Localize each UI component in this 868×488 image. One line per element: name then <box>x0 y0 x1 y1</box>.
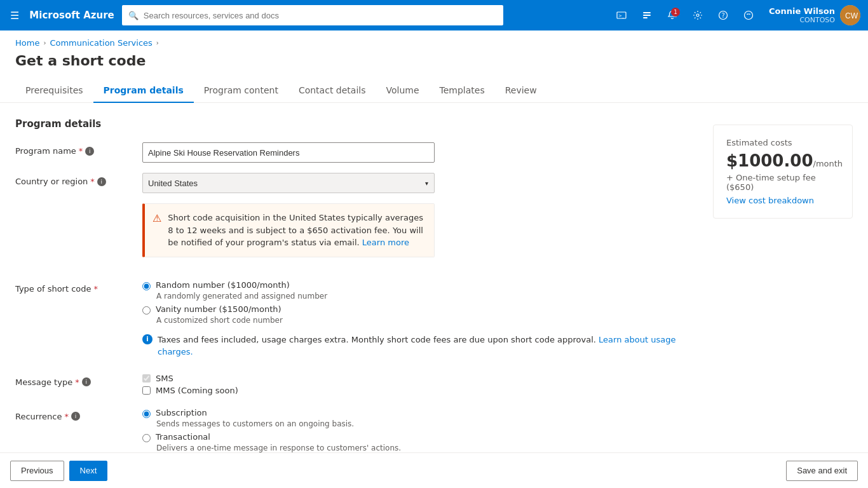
country-region-select-wrapper: United States ▾ <box>142 173 435 193</box>
checkbox-sms-input[interactable] <box>142 374 151 383</box>
checkbox-mms-input[interactable] <box>142 386 151 395</box>
form-area: Program details Program name * i Country… <box>15 118 698 486</box>
country-region-info-icon[interactable]: i <box>97 177 106 186</box>
short-code-type-row: Type of short code * Random number ($100… <box>15 280 698 363</box>
cost-label: Estimated costs <box>726 138 839 147</box>
recurrence-row: Recurrence * i Subscription Sends messag… <box>15 408 698 452</box>
next-button[interactable]: Next <box>69 461 108 481</box>
radio-subscription-sublabel: Sends messages to customers on an ongoin… <box>156 419 698 428</box>
search-input[interactable] <box>144 11 497 20</box>
page-title: Get a short code <box>0 53 868 79</box>
checkbox-mms-label: MMS (Coming soon) <box>156 386 238 395</box>
program-name-info-icon[interactable]: i <box>85 147 94 156</box>
warning-icon: ⚠ <box>153 212 161 249</box>
save-and-exit-button[interactable]: Save and exit <box>786 461 858 481</box>
tab-templates[interactable]: Templates <box>430 79 495 103</box>
short-code-type-label: Type of short code * <box>15 280 142 294</box>
svg-rect-3 <box>643 15 651 16</box>
search-bar[interactable]: 🔍 <box>122 5 503 25</box>
radio-random-label: Random number ($1000/month) <box>156 280 290 290</box>
tab-bar: Prerequisites Program details Program co… <box>0 79 868 103</box>
message-type-info-icon[interactable]: i <box>82 377 91 386</box>
radio-subscription-label: Subscription <box>156 408 207 417</box>
radio-transactional: Transactional <box>142 432 698 442</box>
view-cost-breakdown-link[interactable]: View cost breakdown <box>726 196 839 205</box>
svg-point-5 <box>696 14 699 17</box>
tab-program-content[interactable]: Program content <box>194 79 288 103</box>
main-content: Home › Communication Services › Get a sh… <box>0 30 868 488</box>
program-name-control <box>142 142 698 163</box>
info-note-text: Taxes and fees included, usage charges e… <box>158 334 698 358</box>
content-area: Program details Program name * i Country… <box>0 103 868 488</box>
svg-text:>_: >_ <box>618 13 625 18</box>
notification-badge: 1 <box>671 8 680 17</box>
program-name-label: Program name * i <box>15 142 142 156</box>
previous-button[interactable]: Previous <box>10 461 64 481</box>
radio-random-input[interactable] <box>142 282 151 290</box>
feedback-icon[interactable] <box>738 5 759 25</box>
cloud-shell-icon[interactable]: >_ <box>611 5 632 25</box>
country-region-label: Country or region * i <box>15 173 142 186</box>
help-icon[interactable]: ? <box>713 5 733 25</box>
settings-icon[interactable] <box>688 5 708 25</box>
radio-random-number: Random number ($1000/month) <box>142 280 698 290</box>
tab-contact-details[interactable]: Contact details <box>288 79 376 103</box>
avatar[interactable] <box>840 5 860 25</box>
radio-vanity-number: Vanity number ($1500/month) <box>142 304 698 315</box>
portal-menu-icon[interactable] <box>637 5 657 25</box>
recurrence-radio-group: Subscription Sends messages to customers… <box>142 408 698 452</box>
breadcrumb-sep-1: › <box>43 39 46 46</box>
search-icon: 🔍 <box>128 11 139 20</box>
recurrence-control: Subscription Sends messages to customers… <box>142 408 698 452</box>
radio-transactional-input[interactable] <box>142 434 151 442</box>
warning-text: Short code acquisition in the United Sta… <box>168 212 426 249</box>
recurrence-info-icon[interactable]: i <box>71 412 80 421</box>
app-title: Microsoft Azure <box>29 10 114 21</box>
cost-panel: Estimated costs $1000.00 /month + One-ti… <box>713 125 853 219</box>
user-menu[interactable]: Connie Wilson CONTOSO <box>769 5 860 25</box>
recurrence-label: Recurrence * i <box>15 408 142 421</box>
notifications-icon[interactable]: 1 <box>662 5 682 25</box>
tab-review[interactable]: Review <box>495 79 547 103</box>
country-region-control: United States ▾ <box>142 173 698 193</box>
checkbox-sms-label: SMS <box>156 374 173 383</box>
cost-setup-fee: + One-time setup fee ($650) <box>726 173 839 192</box>
svg-rect-4 <box>643 17 648 18</box>
user-name: Connie Wilson <box>769 6 835 16</box>
tab-program-details[interactable]: Program details <box>93 79 194 103</box>
tab-prerequisites[interactable]: Prerequisites <box>15 79 93 103</box>
warning-learn-more-link[interactable]: Learn more <box>362 238 409 247</box>
svg-rect-2 <box>643 12 651 13</box>
short-code-type-info: i Taxes and fees included, usage charges… <box>142 334 698 358</box>
radio-vanity-label: Vanity number ($1500/month) <box>156 304 281 314</box>
program-name-row: Program name * i <box>15 142 698 163</box>
cost-amount: $1000.00 <box>726 151 813 170</box>
radio-subscription-input[interactable] <box>142 410 151 418</box>
section-heading: Program details <box>15 118 698 130</box>
required-marker-2: * <box>90 177 95 186</box>
tab-volume[interactable]: Volume <box>376 79 429 103</box>
country-region-select[interactable]: United States <box>142 173 435 193</box>
hamburger-icon[interactable]: ☰ <box>8 7 22 24</box>
radio-vanity-input[interactable] <box>142 306 151 315</box>
message-type-row: Message type * i SMS MMS (Coming soon) <box>15 374 698 398</box>
required-marker: * <box>79 146 83 156</box>
info-icon: i <box>142 334 153 344</box>
message-type-control: SMS MMS (Coming soon) <box>142 374 698 398</box>
program-name-input[interactable] <box>142 142 435 163</box>
radio-transactional-sublabel: Delivers a one-time message in response … <box>156 444 698 452</box>
short-code-type-control: Random number ($1000/month) A randomly g… <box>142 280 698 363</box>
breadcrumb-home[interactable]: Home <box>15 38 39 48</box>
message-type-label: Message type * i <box>15 374 142 387</box>
short-code-type-radio-group: Random number ($1000/month) A randomly g… <box>142 280 698 363</box>
radio-subscription: Subscription <box>142 408 698 418</box>
breadcrumb-comm-services[interactable]: Communication Services <box>50 38 152 48</box>
top-navigation: ☰ Microsoft Azure 🔍 >_ 1 ? Connie Wilson… <box>0 0 868 30</box>
country-region-row: Country or region * i United States ▾ <box>15 173 698 193</box>
warning-banner: ⚠ Short code acquisition in the United S… <box>142 203 435 257</box>
radio-vanity-sublabel: A customized short code number <box>156 316 698 325</box>
checkbox-sms: SMS <box>142 374 698 383</box>
checkbox-mms: MMS (Coming soon) <box>142 386 698 395</box>
bottom-bar: Previous Next Save and exit <box>0 452 868 488</box>
radio-random-sublabel: A randomly generated and assigned number <box>156 292 698 301</box>
